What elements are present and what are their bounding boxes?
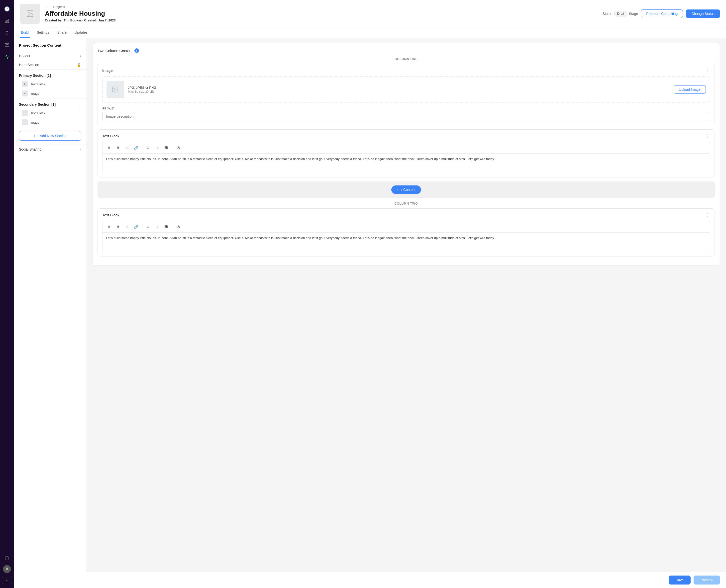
right-panel: Two Column Content i COLUMN ONE Image ⋮ — [86, 38, 726, 572]
chevron-right-icon: › — [80, 54, 81, 58]
primary-section-label: Primary Section [2] — [19, 74, 51, 78]
collapse-sidebar-button[interactable]: « — [2, 577, 12, 584]
bulb-icon[interactable] — [2, 28, 12, 38]
created-by-label: Created by: — [45, 18, 64, 22]
avatar[interactable] — [3, 565, 11, 573]
left-panel: Project Section Content Header › Hero Se… — [14, 38, 86, 572]
back-to-projects-link[interactable]: ← ← Projects — [45, 5, 598, 9]
svg-point-10 — [28, 12, 29, 13]
tab-settings[interactable]: Settings — [36, 27, 51, 38]
italic-button[interactable]: I — [123, 144, 130, 151]
heading-button-2[interactable]: H — [105, 223, 113, 230]
content-area: Project Section Content Header › Hero Se… — [14, 38, 726, 572]
sidebar-item-primary-text-block[interactable]: L Text Block — [14, 79, 86, 89]
upload-image-button[interactable]: Upload Image — [673, 85, 706, 94]
link-button[interactable]: 🔗 — [133, 144, 139, 151]
svg-point-27 — [178, 147, 179, 148]
alt-text-label: Alt Text* — [102, 106, 710, 110]
back-arrow: ← — [45, 5, 48, 9]
unordered-list-button[interactable] — [154, 144, 161, 151]
lock-icon: 🔒 — [77, 63, 81, 67]
two-column-title: Two Column Content — [98, 49, 133, 53]
bold-button-2[interactable]: B — [115, 223, 121, 230]
italic-button-2[interactable]: I — [123, 223, 130, 230]
bold-button[interactable]: B — [115, 144, 121, 151]
svg-point-3 — [6, 31, 8, 34]
status-display: Status Draft Stage — [603, 11, 638, 17]
image-card-menu-icon[interactable]: ⋮ — [706, 67, 710, 73]
two-column-header: Two Column Content i — [98, 48, 715, 53]
link-button-2[interactable]: 🔗 — [133, 223, 139, 230]
preview-button[interactable]: Preview — [693, 575, 720, 585]
social-chevron-right-icon: › — [80, 147, 81, 151]
sidebar-item-secondary-text-block[interactable]: Text Block — [14, 108, 86, 118]
text-editor-one: H B I 🔗 — [102, 142, 710, 173]
preview-toggle-button-2[interactable] — [175, 223, 182, 230]
add-new-section-button[interactable]: + + Add New Section — [19, 131, 81, 141]
secondary-section-group: Secondary Section [1] ⋮ Text Block Image — [14, 98, 86, 127]
image-thumb: R — [22, 90, 28, 97]
unordered-list-button-2[interactable] — [154, 223, 161, 230]
primary-section-menu-icon[interactable]: ⋮ — [77, 73, 81, 78]
text-block-one-card: Text Block ⋮ H B I 🔗 — [98, 129, 715, 177]
sidebar-item-primary-image[interactable]: R Image — [14, 89, 86, 98]
text-block-two-content[interactable]: Let's build some happy little clouds up … — [102, 232, 710, 252]
change-status-button[interactable]: Change Status — [686, 9, 720, 18]
premium-consulting-button[interactable]: Premium Consulting — [641, 9, 683, 18]
secondary-image-thumb — [22, 119, 28, 125]
secondary-image-label: Image — [31, 121, 39, 124]
table-button-2[interactable] — [163, 223, 169, 230]
tabs-nav: Build Settings Share Updates — [14, 27, 726, 38]
status-stage: Stage — [629, 12, 638, 16]
save-button[interactable]: Save — [669, 575, 691, 585]
plus-circle-icon[interactable] — [2, 553, 12, 563]
text-block-one-header: Text Block ⋮ — [98, 130, 714, 142]
status-label: Status — [603, 12, 612, 16]
primary-section-header: Primary Section [2] ⋮ — [14, 70, 86, 79]
svg-point-12 — [114, 88, 115, 89]
image-card-title: Image — [102, 68, 113, 72]
hero-section-label: Hero Section — [19, 63, 77, 67]
add-content-button[interactable]: + + Content — [391, 186, 421, 194]
primary-section-group: Primary Section [2] ⋮ L Text Block R Ima… — [14, 69, 86, 98]
ordered-list-button[interactable] — [145, 144, 152, 151]
svg-rect-37 — [165, 226, 167, 228]
text-block-one-content[interactable]: Let's build some happy little clouds up … — [102, 153, 710, 173]
image-upload-area: JPG, JPEG or PNG Max file size 30 MB Upl… — [102, 77, 710, 102]
sidebar-item-secondary-image[interactable]: Image — [14, 118, 86, 127]
sidebar-item-header[interactable]: Header › — [14, 51, 86, 60]
mail-icon[interactable] — [2, 40, 12, 50]
chart-icon[interactable] — [2, 16, 12, 26]
info-icon[interactable]: i — [135, 48, 139, 53]
clock-icon[interactable]: 🕐 — [2, 4, 12, 14]
preview-toggle-button[interactable] — [175, 144, 182, 151]
primary-text-block-label: Text Block — [31, 82, 45, 86]
svg-rect-0 — [5, 21, 6, 23]
column-one-divider: COLUMN ONE — [98, 57, 715, 61]
add-content-area: + + Content — [98, 182, 715, 198]
panel-title: Project Section Content — [14, 43, 86, 51]
text-block-two-menu-icon[interactable]: ⋮ — [706, 212, 710, 217]
table-button[interactable] — [163, 144, 169, 151]
svg-point-19 — [156, 147, 156, 147]
tab-share[interactable]: Share — [56, 27, 67, 38]
svg-point-36 — [156, 228, 156, 228]
svg-rect-1 — [7, 20, 7, 23]
svg-rect-2 — [8, 19, 9, 23]
sidebar-item-hero-section[interactable]: Hero Section 🔒 — [14, 60, 86, 69]
tab-build[interactable]: Build — [20, 27, 30, 38]
secondary-section-menu-icon[interactable]: ⋮ — [77, 102, 81, 107]
heading-button[interactable]: H — [105, 144, 113, 151]
tab-updates[interactable]: Updates — [74, 27, 88, 38]
sidebar-item-social-sharing[interactable]: Social Sharing › — [14, 145, 86, 154]
image-format-info: JPG, JPEG or PNG Max file size 30 MB — [128, 86, 670, 93]
alt-text-input[interactable] — [102, 112, 710, 121]
svg-point-42 — [178, 226, 179, 227]
ordered-list-button-2[interactable] — [145, 223, 152, 230]
text-block-one-menu-icon[interactable]: ⋮ — [706, 133, 710, 139]
svg-rect-22 — [165, 147, 167, 149]
secondary-section-label: Secondary Section [1] — [19, 102, 56, 106]
activity-icon[interactable] — [2, 52, 12, 62]
header-section-label: Header — [19, 54, 80, 58]
project-thumbnail — [20, 4, 40, 24]
